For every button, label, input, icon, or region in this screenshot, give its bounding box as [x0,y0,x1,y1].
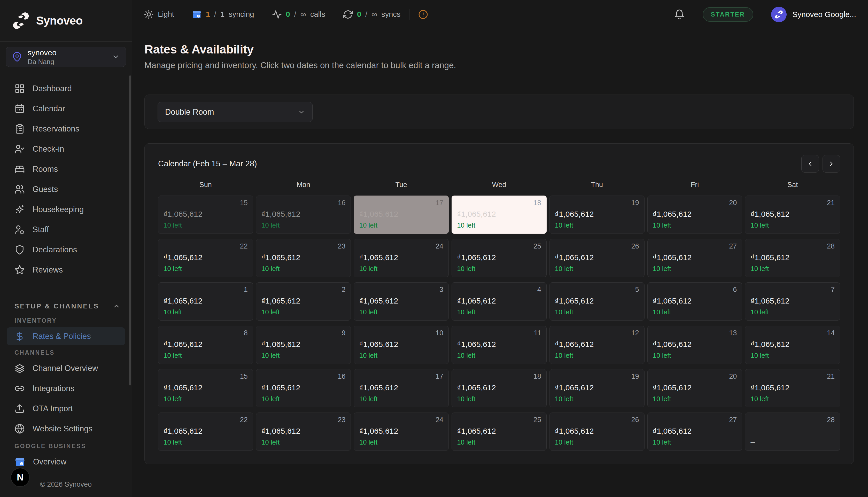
cell-price: ₫1,065,612 [751,253,835,262]
bell-icon[interactable] [674,9,685,20]
brand-name: Synoveo [36,14,83,27]
calendar-cell-day-6[interactable]: 6₫1,065,61210 left [648,282,742,321]
property-selector[interactable]: synoveo Da Nang [6,47,126,67]
brand-logo[interactable]: Synoveo [0,0,132,42]
nextjs-devtools-button[interactable]: N [11,468,29,487]
calendar-cell-day-28[interactable]: 28– [745,413,840,451]
cell-availability: 10 left [457,308,541,316]
calendar-cell-day-28[interactable]: 28₫1,065,61210 left [745,239,840,277]
sidebar-scrollbar[interactable] [129,75,131,385]
star-icon [14,265,25,275]
calendar-cell-day-18[interactable]: 18₫1,065,61210 left [452,196,546,234]
sidebar-item-calendar[interactable]: Calendar [0,99,132,119]
cell-date: 28 [827,416,835,424]
calendar-cell-day-19[interactable]: 19₫1,065,61210 left [550,369,644,407]
cell-availability: 10 left [751,352,835,359]
sidebar-item-label: Reviews [32,265,63,274]
cell-date: 1 [244,286,248,294]
sidebar-item-check-in[interactable]: Check-in [0,139,132,159]
calendar-cell-day-17[interactable]: 17₫1,065,61210 left [354,196,449,234]
cell-price: ₫1,065,612 [261,340,346,349]
calendar-cell-day-21[interactable]: 21₫1,065,61210 left [745,369,840,407]
calendar-cell-day-22[interactable]: 22₫1,065,61210 left [158,239,253,277]
calendar-cell-day-23[interactable]: 23₫1,065,61210 left [256,239,351,277]
sidebar-item-ota-import[interactable]: OTA Import [0,399,132,419]
plan-badge[interactable]: STARTER [703,7,754,22]
calendar-cell-day-26[interactable]: 26₫1,065,61210 left [550,413,644,451]
svg-text:G: G [198,15,199,17]
calendar-cell-day-20[interactable]: 20₫1,065,61210 left [648,369,742,407]
calendar-cell-day-13[interactable]: 13₫1,065,61210 left [648,326,742,364]
sidebar-item-staff[interactable]: Staff [0,219,132,240]
calendar-cell-day-14[interactable]: 14₫1,065,61210 left [745,326,840,364]
sidebar-item-reservations[interactable]: Reservations [0,119,132,139]
day-headers: SunMonTueWedThuFriSat [158,181,840,189]
cell-date: 25 [533,416,541,424]
calendar-cell-day-2[interactable]: 2₫1,065,61210 left [256,282,351,321]
sync-label: syncing [229,10,254,18]
sidebar-item-declarations[interactable]: Declarations [0,240,132,260]
sync-total: 1 [220,10,225,18]
sidebar-item-guests[interactable]: Guests [0,179,132,199]
calendar-cell-day-24[interactable]: 24₫1,065,61210 left [354,239,449,277]
calendar-cell-day-15[interactable]: 15₫1,065,61210 left [158,369,253,407]
calendar-cell-day-10[interactable]: 10₫1,065,61210 left [354,326,449,364]
property-location: Da Nang [28,58,112,66]
calendar-cell-day-24[interactable]: 24₫1,065,61210 left [354,413,449,451]
calendar-cell-day-26[interactable]: 26₫1,065,61210 left [550,239,644,277]
sidebar-item-label: OTA Import [32,404,73,413]
cell-date: 9 [342,329,345,337]
dashboard-icon [14,83,25,94]
calendar-cell-day-21[interactable]: 21₫1,065,61210 left [745,196,840,234]
layers-icon [14,363,25,373]
sidebar-item-rooms[interactable]: Rooms [0,159,132,179]
calendar-cell-day-23[interactable]: 23₫1,065,61210 left [256,413,351,451]
calendar-cell-day-4[interactable]: 4₫1,065,61210 left [452,282,546,321]
calendar-cell-day-15[interactable]: 15₫1,065,61210 left [158,196,253,234]
account-menu[interactable]: Synoveo Google... [771,7,856,22]
room-type-select[interactable]: Double Room [158,102,313,122]
calendar-cell-day-17[interactable]: 17₫1,065,61210 left [354,369,449,407]
sidebar-item-integrations[interactable]: Integrations [0,379,132,399]
calendar-cell-day-7[interactable]: 7₫1,065,61210 left [745,282,840,321]
calendar-cell-day-12[interactable]: 12₫1,065,61210 left [550,326,644,364]
cell-availability: 10 left [653,438,737,446]
cell-date: 13 [729,329,737,337]
alert-circle-icon[interactable] [418,10,428,19]
calendar-cell-day-16[interactable]: 16₫1,065,61210 left [256,196,351,234]
sidebar-item-housekeeping[interactable]: Housekeeping [0,199,132,219]
calendar-cell-day-8[interactable]: 8₫1,065,61210 left [158,326,253,364]
sidebar-item-website-settings[interactable]: Website Settings [0,419,132,439]
separator: / [365,10,367,18]
calendar-next-button[interactable] [823,155,840,173]
cell-price: ₫1,065,612 [555,427,639,436]
sidebar-item-channel-overview[interactable]: Channel Overview [0,358,132,379]
sidebar-item-dashboard[interactable]: Dashboard [0,79,132,99]
calendar-cell-day-11[interactable]: 11₫1,065,61210 left [452,326,546,364]
calendar-cell-day-22[interactable]: 22₫1,065,61210 left [158,413,253,451]
calendar-icon [14,103,25,114]
cell-date: 7 [831,286,835,294]
cell-availability: 10 left [261,352,346,359]
calendar-cell-day-1[interactable]: 1₫1,065,61210 left [158,282,253,321]
setup-channels-section-header[interactable]: SETUP & CHANNELS [0,299,132,313]
sidebar-item-reviews[interactable]: Reviews [0,260,132,280]
cell-date: 19 [631,199,639,207]
calendar-cell-day-19[interactable]: 19₫1,065,61210 left [550,196,644,234]
calendar-cell-day-5[interactable]: 5₫1,065,61210 left [550,282,644,321]
calendar-cell-day-3[interactable]: 3₫1,065,61210 left [354,282,449,321]
calendar-cell-day-18[interactable]: 18₫1,065,61210 left [452,369,546,407]
sidebar-item-rates-policies[interactable]: Rates & Policies [7,327,125,345]
calendar-cell-day-16[interactable]: 16₫1,065,61210 left [256,369,351,407]
cell-availability: 10 left [359,308,443,316]
calendar-cell-day-25[interactable]: 25₫1,065,61210 left [452,413,546,451]
calendar-cell-day-9[interactable]: 9₫1,065,61210 left [256,326,351,364]
calendar-cell-day-25[interactable]: 25₫1,065,61210 left [452,239,546,277]
separator: / [214,10,216,18]
calendar-cell-day-27[interactable]: 27₫1,065,61210 left [648,239,742,277]
calendar-cell-day-20[interactable]: 20₫1,065,61210 left [648,196,742,234]
cell-date: 19 [631,372,639,381]
calendar-cell-day-27[interactable]: 27₫1,065,61210 left [648,413,742,451]
calendar-prev-button[interactable] [801,155,819,173]
theme-toggle[interactable]: Light [144,10,174,19]
